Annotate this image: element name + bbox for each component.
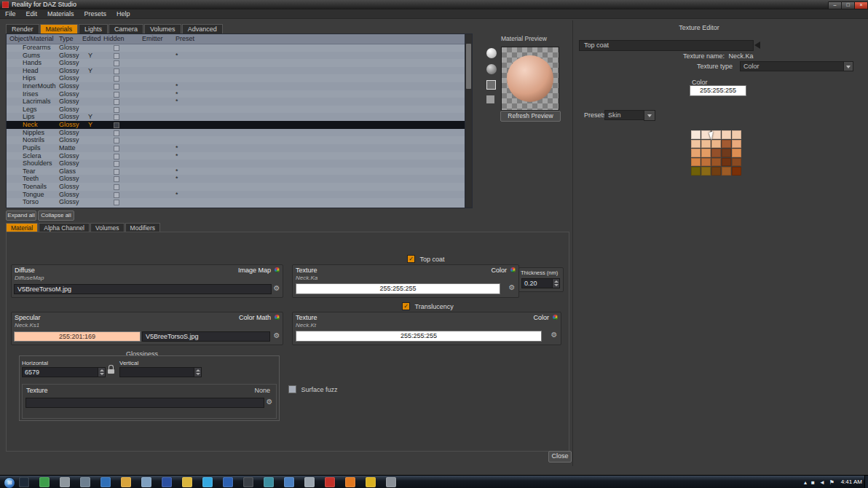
table-row[interactable]: HipsGlossy xyxy=(7,74,465,82)
maximize-button[interactable]: □ xyxy=(841,1,855,9)
minimize-button[interactable]: – xyxy=(828,1,842,9)
color-sphere-icon[interactable] xyxy=(510,267,516,272)
show-desktop-button[interactable] xyxy=(864,476,868,488)
table-row[interactable]: HandsGlossy xyxy=(7,59,465,67)
orange-app-icon[interactable] xyxy=(345,477,355,487)
yellow-app-icon[interactable] xyxy=(366,477,376,487)
presets-select[interactable]: Skin xyxy=(604,110,645,120)
stepper-arrows-icon[interactable] xyxy=(194,368,201,377)
start-button[interactable] xyxy=(4,477,15,488)
hidden-checkbox[interactable] xyxy=(114,169,119,175)
scrollbar-thumb[interactable] xyxy=(466,44,471,89)
hidden-checkbox[interactable] xyxy=(114,107,119,113)
hidden-checkbox[interactable] xyxy=(114,76,119,82)
preview-plane-icon[interactable] xyxy=(486,64,497,74)
explorer-icon[interactable] xyxy=(141,477,151,487)
palette-swatch[interactable] xyxy=(722,158,731,167)
menu-help[interactable]: Help xyxy=(111,9,135,18)
tab-advanced[interactable]: Advanced xyxy=(182,24,223,34)
gear-icon[interactable] xyxy=(508,283,516,292)
utility-app-icon[interactable] xyxy=(60,477,70,487)
chrome-icon[interactable] xyxy=(182,477,192,487)
hidden-checkbox[interactable] xyxy=(114,192,119,198)
gray-app-icon[interactable] xyxy=(386,477,396,487)
vertical-stepper[interactable] xyxy=(119,367,202,377)
tab-materials[interactable]: Materials xyxy=(40,24,79,34)
palette-swatch[interactable] xyxy=(701,167,711,176)
palette-swatch[interactable] xyxy=(732,140,741,149)
tray-display-icon[interactable]: ■ xyxy=(811,479,815,486)
palette-swatch[interactable] xyxy=(711,149,721,157)
refresh-preview-button[interactable]: Refresh Preview xyxy=(500,111,561,122)
table-row[interactable]: NostrilsGlossy xyxy=(7,136,465,144)
table-row[interactable]: IrisesGlossy* xyxy=(7,90,465,98)
palette-swatch[interactable] xyxy=(732,149,741,157)
horizontal-stepper[interactable]: 6579 xyxy=(22,367,106,377)
color-sphere-icon[interactable] xyxy=(275,315,280,320)
table-row[interactable]: InnerMouthGlossy* xyxy=(7,82,465,90)
palette-swatch[interactable] xyxy=(722,140,731,149)
thickness-stepper[interactable]: 0.20 xyxy=(521,278,560,288)
surface-fuzz-checkbox[interactable] xyxy=(288,385,296,393)
preview-flat-icon[interactable] xyxy=(486,95,494,103)
palette-swatch[interactable] xyxy=(711,167,721,176)
palette-swatch[interactable] xyxy=(691,149,701,157)
palette-swatch[interactable] xyxy=(691,130,701,139)
table-row[interactable]: NeckGlossyY xyxy=(7,121,465,129)
hidden-checkbox[interactable] xyxy=(114,184,119,190)
texture-breadcrumb[interactable]: Top coat xyxy=(579,40,754,51)
close-window-button[interactable]: × xyxy=(854,1,868,9)
palette-swatch[interactable] xyxy=(691,158,701,167)
hidden-checkbox[interactable] xyxy=(114,60,119,66)
top-coat-toggle[interactable]: Top coat xyxy=(407,255,445,263)
menu-edit[interactable]: Edit xyxy=(21,9,43,18)
hidden-checkbox[interactable] xyxy=(114,45,119,51)
blue-app2-icon[interactable] xyxy=(284,477,294,487)
menu-presets[interactable]: Presets xyxy=(79,9,112,18)
hidden-checkbox[interactable] xyxy=(114,68,119,74)
palette-swatch[interactable] xyxy=(732,158,741,167)
table-row[interactable]: LipsGlossyY xyxy=(7,113,465,121)
surface-fuzz-toggle[interactable]: Surface fuzz xyxy=(288,385,338,393)
table-row[interactable]: TorsoGlossy xyxy=(7,198,465,206)
translucency-checkbox[interactable] xyxy=(402,302,410,310)
palette-swatch[interactable] xyxy=(711,140,721,149)
table-row[interactable]: TearGlass* xyxy=(7,168,465,176)
table-scrollbar[interactable] xyxy=(465,34,472,208)
hidden-checkbox[interactable] xyxy=(114,130,119,136)
collapse-all-button[interactable]: Collapse all xyxy=(38,210,74,221)
table-row[interactable]: GumsGlossyY* xyxy=(7,52,465,60)
stepper-arrows-icon[interactable] xyxy=(98,368,105,377)
blue-app-icon[interactable] xyxy=(100,477,111,487)
gear-icon[interactable] xyxy=(272,284,281,293)
palette-swatch[interactable] xyxy=(701,149,711,157)
reality-icon[interactable] xyxy=(325,477,335,487)
table-row[interactable]: TeethGlossy* xyxy=(7,175,465,183)
palette-swatch[interactable] xyxy=(722,130,731,139)
texture-type-select[interactable]: Color xyxy=(740,61,853,71)
translucency-color-field[interactable]: 255:255:255 xyxy=(296,331,542,342)
glossiness-texture-field[interactable] xyxy=(25,398,264,408)
table-row[interactable]: NipplesGlossy xyxy=(7,129,465,137)
tab-volumes[interactable]: Volumes xyxy=(144,24,181,34)
top-coat-color-field[interactable]: 255:255:255 xyxy=(296,283,500,294)
back-arrow-icon[interactable] xyxy=(754,42,760,49)
diffuse-file-field[interactable]: V5BreeTorsoM.jpg xyxy=(14,284,272,294)
hidden-checkbox[interactable] xyxy=(114,176,119,182)
lock-icon[interactable] xyxy=(108,365,114,374)
tray-network-icon[interactable]: ◄ xyxy=(819,479,825,486)
palette-swatch[interactable] xyxy=(691,140,701,149)
gear-icon[interactable] xyxy=(272,331,281,340)
specular-file-field[interactable]: V5BreeTorsoS.jpg xyxy=(142,331,270,342)
color-sphere-icon[interactable] xyxy=(553,315,558,320)
hidden-checkbox[interactable] xyxy=(114,200,119,205)
green-app-icon[interactable] xyxy=(39,477,50,487)
close-button[interactable]: Close xyxy=(548,451,572,463)
table-row[interactable]: ShouldersGlossy xyxy=(7,160,465,168)
notepad-icon[interactable] xyxy=(162,477,172,487)
top-coat-checkbox[interactable] xyxy=(407,255,415,263)
stepper-arrows-icon[interactable] xyxy=(552,279,559,288)
gear-icon[interactable] xyxy=(265,398,274,406)
translucency-toggle[interactable]: Translucency xyxy=(402,302,454,310)
hidden-checkbox[interactable] xyxy=(114,114,119,120)
